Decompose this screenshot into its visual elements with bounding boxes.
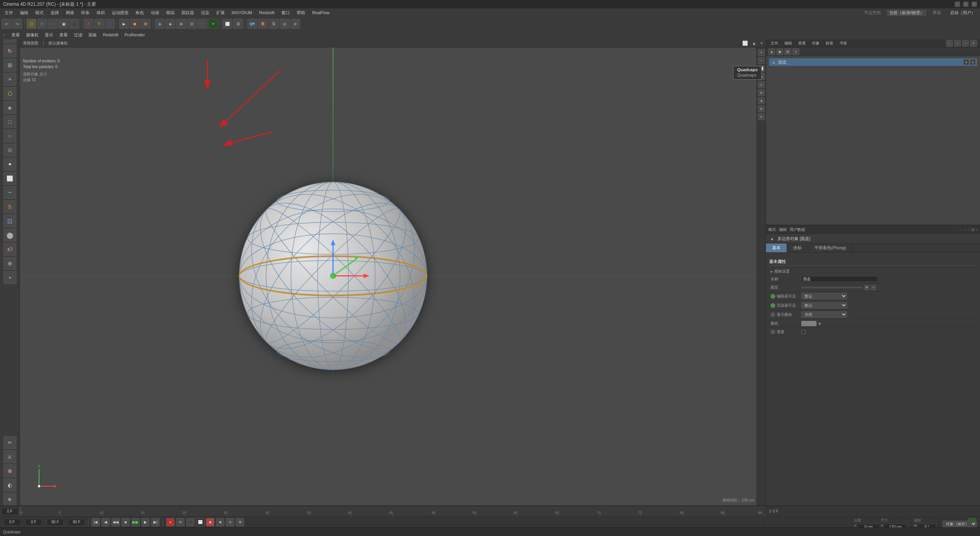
step-back-btn[interactable]: ◀ [101,518,110,526]
prop-nav-back[interactable]: ← [959,228,963,232]
play-back-btn[interactable]: ◀◀ [111,518,120,526]
layer-expand-btn[interactable]: ⊕ [864,285,869,290]
autokey-btn[interactable]: ⊕ [176,518,185,526]
close-button[interactable]: × [972,2,977,7]
frame-from-input[interactable] [25,519,42,526]
render-vis-toggle[interactable] [771,303,775,308]
play-btn[interactable]: ▶▶ [131,518,140,526]
vp-rt-2[interactable]: ◻ [758,81,765,88]
om-tags-menu[interactable]: 标签 [824,41,835,46]
vp-rt-unzoom[interactable]: − [758,57,765,64]
prop-nav-up[interactable]: ↑ [964,228,966,232]
frame-end-input[interactable] [47,519,64,526]
qr-button[interactable]: QR [247,19,257,29]
display-color-toggle[interactable] [771,312,775,317]
view-menu-prorender[interactable]: ProRender [123,33,146,37]
vp-rt-4[interactable]: ◈ [758,97,765,104]
vp-rt-zoom[interactable]: + [758,49,765,56]
menu-mesh[interactable]: 网格 [63,9,77,16]
transform-mode-select[interactable]: 对象（相对） 世界坐标 [942,521,977,527]
vp-ctrl-minimize[interactable]: ⬜ [741,40,749,46]
name-input[interactable] [801,276,878,282]
key-btn-2[interactable]: ■ [206,518,214,526]
vp-ctrl-close[interactable]: × [759,40,764,46]
timeline-ruler[interactable]: 0 5 10 15 20 25 30 35 40 45 50 [20,506,766,516]
om-bookmarks-menu[interactable]: 书签 [838,41,849,46]
object-mode-button[interactable]: ⬡ [26,19,36,29]
current-frame-input[interactable] [4,519,21,526]
y-axis-button[interactable]: Y [94,19,104,29]
x-axis-button[interactable]: X [83,19,93,29]
disc-badge-render[interactable]: ● [970,59,975,65]
menu-spline[interactable]: 样条 [78,9,93,16]
key-btn-4[interactable]: ◎ [226,518,234,526]
layer-dropdown[interactable] [801,287,862,288]
om-objects-menu[interactable]: 对象 [810,41,821,46]
menu-realflow[interactable]: RealFlow [309,10,333,16]
view-menu-display[interactable]: 显示 [43,32,55,38]
go-to-end-btn[interactable]: ▶| [151,518,160,526]
transparent-checkbox[interactable] [801,330,806,334]
menu-mograph[interactable]: 运动图形 [109,9,132,16]
view-menu-filter[interactable]: 过滤 [72,32,84,38]
menu-select[interactable]: 选择 [47,9,62,16]
om-file-menu[interactable]: 文件 [769,41,780,46]
redo-button[interactable]: ↪ [12,19,22,29]
menu-mode[interactable]: 模式 [32,9,47,16]
viewport[interactable]: 透视视图 | 默认摄像机 ⬜ ▲ × Number of emitters: 0… [20,39,766,505]
undo-button[interactable]: ↩ [2,19,11,29]
render-region-button[interactable]: ▶ [119,19,129,29]
key-btn-3[interactable]: ◉ [216,518,224,526]
tool-btn-2[interactable]: ◈ [165,19,175,29]
node-space-current[interactable]: 当前（标准/物理） [887,10,926,16]
tool-btn-5[interactable]: + [198,19,207,29]
tool-s[interactable]: S [269,19,279,29]
view-menu-redshift[interactable]: Redshift [101,33,120,37]
point-mode-button[interactable]: ◦ [48,19,58,29]
om-btn-2[interactable]: ◉ [776,48,783,55]
om-btn-close2[interactable]: × [792,48,799,55]
tab-coordinates[interactable]: 坐标 [787,243,808,252]
view-menu-panel[interactable]: 面板 [87,32,98,38]
prop-userdata-menu[interactable]: 用户数据 [790,227,805,232]
menu-insydium[interactable]: INSYDIUM [229,10,255,16]
layer-close-btn[interactable]: × [871,285,876,290]
om-nav-back[interactable]: ← [946,40,953,47]
icon-settings-header[interactable]: ▶ 图标设置 [769,267,977,275]
tab-phong[interactable]: 平滑着色(Phong) [808,243,853,252]
prop-mode-menu[interactable]: 模式 [768,227,776,232]
maximize-button[interactable]: □ [963,2,969,7]
startup-label[interactable]: 启动（用户） [947,9,978,16]
object-item-disc[interactable]: ▲ 圆盘 ● ● [769,58,977,66]
edge-mode-button[interactable]: ◻ [37,19,47,29]
vp-rt-5[interactable]: ⚙ [758,105,765,112]
frame-total-input[interactable] [68,519,85,526]
vp-rt-3[interactable]: ⊕ [758,89,765,96]
poly-mode-button[interactable]: ▣ [59,19,69,29]
go-to-start-btn[interactable]: |◀ [91,518,100,526]
om-nav-fwd[interactable]: → [962,40,969,47]
menu-help[interactable]: 帮助 [294,9,308,16]
uvw-mode-button[interactable]: ⬛ [69,19,79,29]
menu-edit[interactable]: 编辑 [17,9,31,16]
om-nav-up[interactable]: ↑ [954,40,961,47]
camera-btn-1[interactable]: ⬜ [222,19,232,29]
viewport-camera-name[interactable]: 默认摄像机 [49,41,68,46]
render-vis-select[interactable]: 默认 开启 关闭 [801,302,847,309]
vp-rt-6[interactable]: ✦ [758,113,765,120]
vp-ctrl-maximize[interactable]: ▲ [751,40,758,46]
render-button[interactable]: ⏹ [130,19,140,29]
record-btn[interactable]: ● [166,518,175,526]
menu-extend[interactable]: 扩展 [213,9,228,16]
om-btn-1[interactable]: ▲ [768,48,775,55]
menu-animation[interactable]: 动画 [148,9,162,16]
tool-icon-2[interactable]: ⊘ [290,19,300,29]
om-close[interactable]: × [970,40,977,47]
stop-btn[interactable]: ■ [121,518,130,526]
step-fwd-btn[interactable]: ▶ [141,518,150,526]
tool-btn-3[interactable]: ⊕ [176,19,186,29]
om-view-menu[interactable]: 查看 [797,41,807,46]
color-edit-arrow[interactable]: ▶ [819,322,822,325]
menu-redshift[interactable]: Redshift [256,10,278,16]
render-settings-button[interactable]: ⚙ [140,19,150,29]
